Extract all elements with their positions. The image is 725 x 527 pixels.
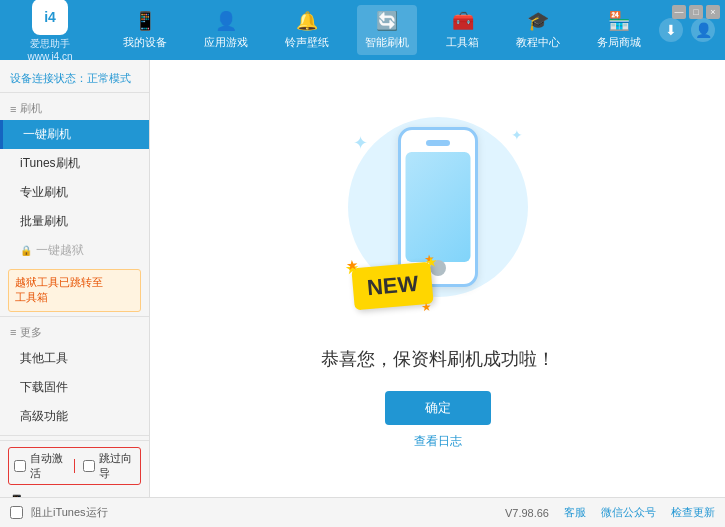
ringtone-label: 铃声壁纸 [285, 35, 329, 50]
footer-right: V7.98.66 客服 微信公众号 检查更新 [505, 505, 715, 520]
device-section: 自动激活 跳过向导 📱 iPhone 15 Pro Max 512GB iPho… [0, 440, 149, 497]
guide-label: 跳过向导 [99, 451, 135, 481]
footer-left: 阻止iTunes运行 [10, 505, 108, 520]
auto-activate-label: 自动激活 [30, 451, 66, 481]
customer-service-link[interactable]: 客服 [564, 505, 586, 520]
nav-tools[interactable]: 🧰 工具箱 [438, 5, 487, 55]
pro-flash-label: 专业刷机 [20, 185, 68, 199]
status-value: 正常模式 [87, 72, 131, 84]
itunes-flash-label: iTunes刷机 [20, 156, 80, 170]
status-label: 设备连接状态： [10, 72, 87, 84]
nav-tabs: 📱 我的设备 👤 应用游戏 🔔 铃声壁纸 🔄 智能刷机 🧰 工具箱 🎓 [105, 5, 659, 55]
download-button[interactable]: ⬇ [659, 18, 683, 42]
logo-icon: i4 [32, 0, 68, 35]
auto-activate-checkbox[interactable] [14, 460, 26, 472]
logo-text: 爱思助手 [30, 37, 70, 51]
confirm-button[interactable]: 确定 [385, 391, 491, 425]
check-update-link[interactable]: 检查更新 [671, 505, 715, 520]
section-flash-label: 刷机 [20, 101, 42, 116]
header-right: ⬇ 👤 [659, 18, 715, 42]
sidebar-item-jailbreak: 🔒 一键越狱 [0, 236, 149, 265]
nav-my-device[interactable]: 📱 我的设备 [115, 5, 175, 55]
sidebar-item-download-fw[interactable]: 下载固件 [0, 373, 149, 402]
status-bar: 设备连接状态：正常模式 [0, 65, 149, 93]
tutorial-label: 教程中心 [516, 35, 560, 50]
apps-games-label: 应用游戏 [204, 35, 248, 50]
sidebar-item-advanced[interactable]: 高级功能 [0, 402, 149, 431]
apps-games-icon: 👤 [215, 10, 237, 32]
jailbreak-note: 越狱工具已跳转至工具箱 [8, 269, 141, 312]
tools-icon: 🧰 [452, 10, 474, 32]
footer: 阻止iTunes运行 V7.98.66 客服 微信公众号 检查更新 [0, 497, 725, 527]
sidebar-item-itunes-flash[interactable]: iTunes刷机 [0, 149, 149, 178]
nav-service[interactable]: 🏪 务局商城 [589, 5, 649, 55]
smart-flash-icon: 🔄 [376, 10, 398, 32]
sidebar: 设备连接状态：正常模式 ≡ 刷机 一键刷机 iTunes刷机 专业刷机 批量刷机… [0, 60, 150, 497]
section-flash-icon: ≡ [10, 103, 16, 115]
version-text: V7.98.66 [505, 507, 549, 519]
nav-ringtone[interactable]: 🔔 铃声壁纸 [277, 5, 337, 55]
section-more: ≡ 更多 [0, 321, 149, 344]
section-flash: ≡ 刷机 [0, 97, 149, 120]
onekey-flash-label: 一键刷机 [23, 127, 71, 141]
logo: i4 爱思助手 www.i4.cn [10, 0, 90, 62]
section-more-icon: ≡ [10, 326, 16, 338]
new-badge: NEW ★ ★ ★ [351, 262, 434, 311]
other-tools-label: 其他工具 [20, 351, 68, 365]
tutorial-icon: 🎓 [527, 10, 549, 32]
view-log-link[interactable]: 查看日志 [414, 433, 462, 450]
wechat-link[interactable]: 微信公众号 [601, 505, 656, 520]
service-label: 务局商城 [597, 35, 641, 50]
minimize-button[interactable]: — [672, 5, 686, 19]
download-fw-label: 下载固件 [20, 380, 68, 394]
my-device-label: 我的设备 [123, 35, 167, 50]
main-layout: 设备连接状态：正常模式 ≡ 刷机 一键刷机 iTunes刷机 专业刷机 批量刷机… [0, 60, 725, 497]
nav-tutorial[interactable]: 🎓 教程中心 [508, 5, 568, 55]
device-phone-icon: 📱 [8, 494, 25, 497]
new-badge-text: NEW [365, 271, 418, 300]
tools-label: 工具箱 [446, 35, 479, 50]
main-content: ✦ ✦ NEW ★ ★ ★ 恭喜您，保资料 [150, 60, 725, 497]
smart-flash-label: 智能刷机 [365, 35, 409, 50]
sparkle-topleft-icon: ✦ [353, 132, 368, 154]
device-name: iPhone 15 Pro Max [31, 495, 138, 497]
service-icon: 🏪 [608, 10, 630, 32]
sidebar-item-onekey-flash[interactable]: 一键刷机 [0, 120, 149, 149]
success-message: 恭喜您，保资料刷机成功啦！ [321, 347, 555, 371]
sidebar-item-pro-flash[interactable]: 专业刷机 [0, 178, 149, 207]
phone-illustration: ✦ ✦ NEW ★ ★ ★ [338, 107, 538, 327]
user-button[interactable]: 👤 [691, 18, 715, 42]
batch-flash-label: 批量刷机 [20, 214, 68, 228]
auto-activate-row: 自动激活 跳过向导 [8, 447, 141, 485]
section-more-label: 更多 [20, 325, 42, 340]
jailbreak-note-text: 越狱工具已跳转至工具箱 [15, 276, 103, 303]
itunes-checkbox[interactable] [10, 506, 23, 519]
jailbreak-label: 一键越狱 [36, 242, 84, 259]
advanced-label: 高级功能 [20, 409, 68, 423]
maximize-button[interactable]: □ [689, 5, 703, 19]
my-device-icon: 📱 [134, 10, 156, 32]
lock-icon: 🔒 [20, 245, 32, 256]
header: i4 爱思助手 www.i4.cn 📱 我的设备 👤 应用游戏 🔔 铃声壁纸 🔄… [0, 0, 725, 60]
itunes-label: 阻止iTunes运行 [31, 505, 108, 520]
device-info: 📱 iPhone 15 Pro Max [8, 490, 141, 497]
sidebar-divider [0, 316, 149, 317]
sparkle-topright-icon: ✦ [511, 127, 523, 143]
nav-smart-flash[interactable]: 🔄 智能刷机 [357, 5, 417, 55]
device-divider [0, 435, 149, 436]
ringtone-icon: 🔔 [296, 10, 318, 32]
close-button[interactable]: × [706, 5, 720, 19]
separator [74, 459, 75, 473]
sidebar-item-other-tools[interactable]: 其他工具 [0, 344, 149, 373]
sidebar-item-batch-flash[interactable]: 批量刷机 [0, 207, 149, 236]
guide-checkbox[interactable] [83, 460, 95, 472]
nav-apps-games[interactable]: 👤 应用游戏 [196, 5, 256, 55]
